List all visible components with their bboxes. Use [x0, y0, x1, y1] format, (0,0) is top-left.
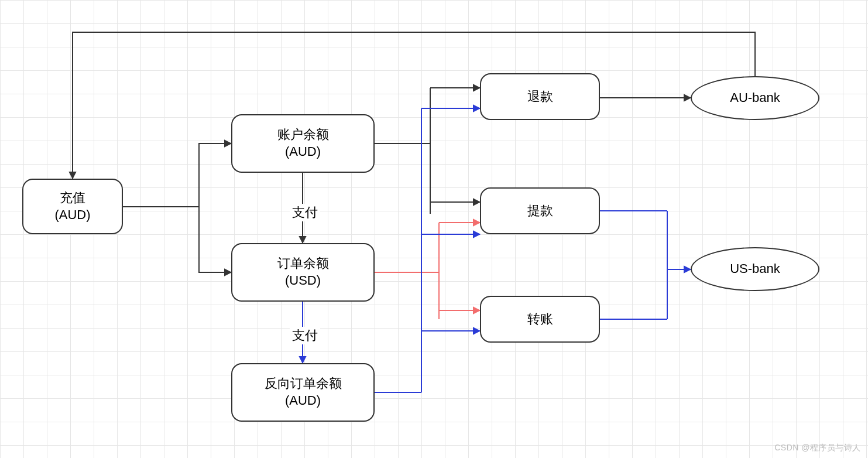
node-withdraw: 提款 — [480, 187, 600, 234]
node-acct-balance: 账户余额 (AUD) — [231, 114, 375, 173]
node-rev-order-line2: (AUD) — [285, 392, 321, 409]
node-refund: 退款 — [480, 73, 600, 120]
node-withdraw-line1: 提款 — [527, 203, 553, 220]
node-us-bank: US-bank — [691, 247, 819, 291]
node-order-balance-line2: (USD) — [285, 272, 321, 289]
grid-background — [0, 0, 868, 458]
node-acct-balance-line1: 账户余额 — [277, 127, 329, 143]
node-rev-order: 反向订单余额 (AUD) — [231, 363, 375, 422]
node-au-bank-line1: AU-bank — [730, 90, 780, 107]
node-transfer: 转账 — [480, 296, 600, 343]
node-acct-balance-line2: (AUD) — [285, 143, 321, 160]
node-recharge: 充值 (AUD) — [22, 179, 123, 234]
node-recharge-line1: 充值 — [60, 190, 85, 207]
node-recharge-line2: (AUD) — [54, 207, 90, 224]
node-us-bank-line1: US-bank — [730, 261, 780, 278]
edge-label-pay2: 支付 — [290, 327, 320, 344]
node-order-balance-line1: 订单余额 — [277, 255, 329, 272]
node-order-balance: 订单余额 (USD) — [231, 243, 375, 302]
node-refund-line1: 退款 — [527, 88, 553, 105]
node-rev-order-line1: 反向订单余额 — [265, 375, 342, 392]
edge-label-pay1: 支付 — [290, 204, 320, 221]
watermark: CSDN @程序员与诗人 — [774, 443, 861, 453]
node-transfer-line1: 转账 — [527, 311, 553, 328]
node-au-bank: AU-bank — [691, 76, 819, 120]
